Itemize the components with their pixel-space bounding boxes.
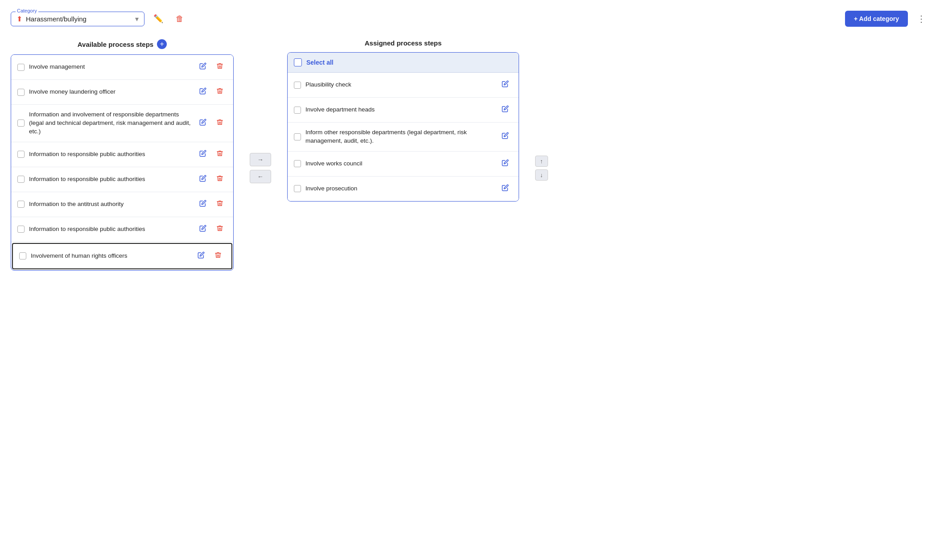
assigned-item-checkbox[interactable] bbox=[294, 133, 301, 140]
assigned-item-label: Involve prosecution bbox=[305, 185, 494, 193]
add-step-button[interactable]: + bbox=[157, 39, 167, 49]
add-category-button[interactable]: + Add category bbox=[845, 11, 908, 27]
move-up-button[interactable]: ↑ bbox=[535, 156, 548, 167]
available-item-checkbox[interactable] bbox=[17, 89, 25, 96]
available-panel-title: Available process steps + bbox=[11, 39, 234, 49]
transfer-backward-button[interactable]: ← bbox=[250, 170, 271, 183]
assigned-item-actions bbox=[498, 182, 512, 195]
select-all-checkbox[interactable] bbox=[294, 58, 302, 66]
available-item-checkbox[interactable] bbox=[17, 201, 25, 208]
available-list-item: Information to the antitrust authority bbox=[11, 192, 233, 217]
category-value: Harassment/bullying bbox=[26, 15, 132, 23]
available-list-item: Involve money laundering officer bbox=[11, 80, 233, 105]
transfer-buttons: → ← bbox=[250, 153, 271, 183]
assigned-edit-button[interactable] bbox=[498, 182, 512, 195]
available-panel: Available process steps + Involve manage… bbox=[11, 39, 234, 271]
available-delete-button[interactable] bbox=[213, 148, 227, 161]
category-field-label: Category bbox=[16, 8, 38, 13]
available-item-checkbox[interactable] bbox=[17, 64, 25, 71]
available-item-label: Information to responsible public author… bbox=[29, 150, 191, 159]
assigned-item-checkbox[interactable] bbox=[294, 185, 301, 192]
available-list-item: Information to responsible public author… bbox=[11, 217, 233, 242]
available-delete-button[interactable] bbox=[213, 61, 227, 74]
available-list-item: Involvement of human rights officers bbox=[12, 243, 232, 269]
assigned-list-item: Involve works council bbox=[288, 152, 519, 177]
available-item-actions bbox=[196, 117, 227, 130]
assigned-item-actions bbox=[498, 130, 512, 143]
assigned-edit-button[interactable] bbox=[498, 157, 512, 170]
available-delete-button[interactable] bbox=[213, 117, 227, 130]
assigned-panel-title: Assigned process steps bbox=[287, 39, 519, 47]
assigned-item-label: Plausibility check bbox=[305, 81, 494, 89]
available-item-label: Information to responsible public author… bbox=[29, 175, 191, 184]
available-list-item: Involve management bbox=[11, 55, 233, 80]
select-all-row[interactable]: Select all bbox=[288, 53, 519, 73]
assigned-edit-button[interactable] bbox=[498, 103, 512, 116]
available-edit-button[interactable] bbox=[196, 198, 210, 211]
available-item-label: Involvement of human rights officers bbox=[31, 252, 190, 260]
available-list-scroll[interactable]: Involve managementInvolve money launderi… bbox=[11, 55, 233, 270]
assigned-item-actions bbox=[498, 103, 512, 116]
assigned-item-checkbox[interactable] bbox=[294, 107, 301, 114]
available-list-item: Information and involvement of responsib… bbox=[11, 105, 233, 142]
available-item-actions bbox=[196, 86, 227, 99]
available-delete-button[interactable] bbox=[213, 223, 227, 236]
available-item-checkbox[interactable] bbox=[17, 226, 25, 233]
available-item-label: Involve management bbox=[29, 63, 191, 71]
available-item-checkbox[interactable] bbox=[19, 252, 26, 259]
available-delete-button[interactable] bbox=[213, 198, 227, 211]
chevron-down-icon: ▾ bbox=[135, 15, 139, 23]
edit-category-button[interactable]: ✏️ bbox=[150, 12, 167, 25]
available-item-label: Involve money laundering officer bbox=[29, 88, 191, 96]
available-delete-button[interactable] bbox=[213, 173, 227, 186]
available-edit-button[interactable] bbox=[196, 173, 210, 186]
category-dropdown[interactable]: Category ⬆ Harassment/bullying ▾ bbox=[11, 12, 144, 26]
top-bar: Category ⬆ Harassment/bullying ▾ ✏️ 🗑 + … bbox=[11, 11, 929, 27]
available-item-actions bbox=[196, 173, 227, 186]
available-edit-button[interactable] bbox=[196, 223, 210, 236]
available-item-actions bbox=[196, 61, 227, 74]
available-list-item: Information to responsible public author… bbox=[11, 142, 233, 167]
more-options-button[interactable]: ⋮ bbox=[913, 12, 929, 26]
assigned-item-label: Involve department heads bbox=[305, 106, 494, 114]
transfer-forward-button[interactable]: → bbox=[250, 153, 271, 166]
assigned-edit-button[interactable] bbox=[498, 78, 512, 91]
category-icon: ⬆ bbox=[16, 15, 22, 23]
available-item-actions bbox=[196, 198, 227, 211]
move-down-button[interactable]: ↓ bbox=[535, 169, 548, 181]
assigned-item-label: Involve works council bbox=[305, 160, 494, 168]
assigned-list-item: Inform other responsible departments (le… bbox=[288, 123, 519, 152]
assigned-item-checkbox[interactable] bbox=[294, 82, 301, 89]
assigned-list-scroll[interactable]: Plausibility checkInvolve department hea… bbox=[288, 73, 519, 201]
assigned-item-checkbox[interactable] bbox=[294, 160, 301, 167]
assigned-list-item: Plausibility check bbox=[288, 73, 519, 98]
available-edit-button[interactable] bbox=[196, 148, 210, 161]
available-edit-button[interactable] bbox=[196, 117, 210, 130]
assigned-item-actions bbox=[498, 78, 512, 91]
assigned-list-item: Involve prosecution bbox=[288, 177, 519, 201]
assigned-item-actions bbox=[498, 157, 512, 170]
available-delete-button[interactable] bbox=[213, 86, 227, 99]
select-all-label: Select all bbox=[306, 59, 334, 66]
delete-category-button[interactable]: 🗑 bbox=[172, 12, 187, 25]
available-edit-button[interactable] bbox=[194, 250, 208, 263]
available-item-label: Information and involvement of responsib… bbox=[29, 111, 191, 136]
available-item-checkbox[interactable] bbox=[17, 119, 25, 127]
assigned-edit-button[interactable] bbox=[498, 130, 512, 143]
available-item-actions bbox=[196, 148, 227, 161]
available-item-label: Information to responsible public author… bbox=[29, 225, 191, 234]
available-item-checkbox[interactable] bbox=[17, 176, 25, 183]
available-delete-button[interactable] bbox=[211, 250, 225, 263]
available-item-actions bbox=[194, 250, 225, 263]
available-edit-button[interactable] bbox=[196, 61, 210, 74]
move-buttons: ↑ ↓ bbox=[535, 156, 548, 181]
available-edit-button[interactable] bbox=[196, 86, 210, 99]
available-list-box: Involve managementInvolve money launderi… bbox=[11, 54, 234, 271]
panels-container: Available process steps + Involve manage… bbox=[11, 39, 929, 271]
assigned-list-item: Involve department heads bbox=[288, 98, 519, 123]
assigned-list-box: Select all Plausibility checkInvolve dep… bbox=[287, 52, 519, 202]
available-list-item: Information to responsible public author… bbox=[11, 167, 233, 192]
available-item-label: Information to the antitrust authority bbox=[29, 200, 191, 209]
assigned-panel: Assigned process steps Select all Plausi… bbox=[287, 39, 519, 202]
available-item-checkbox[interactable] bbox=[17, 151, 25, 158]
